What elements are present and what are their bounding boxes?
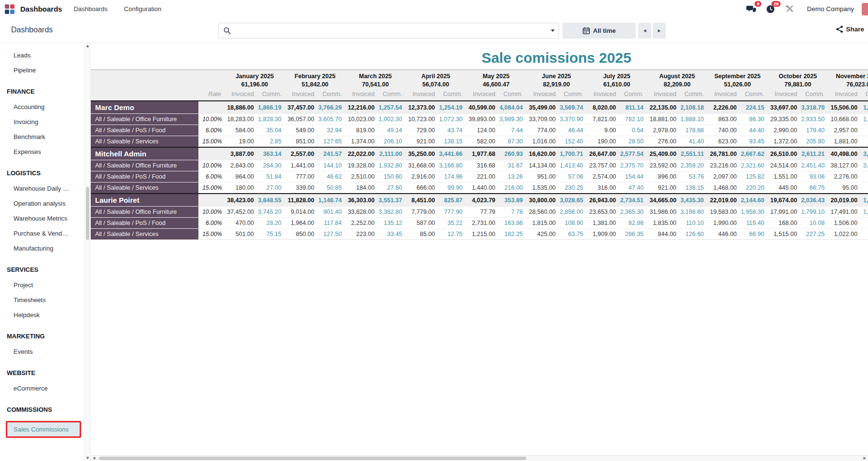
- sidebar-item-project[interactable]: Project: [0, 278, 90, 293]
- invoiced-cell: 17,491.00: [828, 207, 861, 218]
- comm-cell: 63.75: [559, 229, 587, 240]
- sidebar-item-benchmark[interactable]: Benchmark: [0, 129, 90, 144]
- comm-cell: 144.10: [318, 160, 345, 171]
- messages-button[interactable]: 9: [744, 3, 758, 15]
- date-filter-button[interactable]: All time: [562, 23, 636, 39]
- horizontal-scrollbar[interactable]: ◀ ▶: [91, 455, 868, 461]
- menu-dashboards[interactable]: Dashboards: [69, 2, 112, 15]
- user-avatar[interactable]: [862, 3, 868, 15]
- invoiced-cell: 22,019.00: [707, 194, 740, 207]
- sidebar-item-manufacturing[interactable]: Manufacturing: [0, 241, 90, 256]
- invoiced-cell: 2,276.00: [828, 171, 861, 182]
- month-total: 61,196.00: [224, 81, 285, 89]
- comm-cell: 3,166.80: [438, 160, 466, 171]
- invoiced-cell: 1,515.00: [768, 229, 800, 240]
- invoiced-cell: 1,215.00: [466, 229, 499, 240]
- comm-column-header: Comm.: [438, 89, 466, 101]
- invoiced-cell: 40,599.00: [466, 101, 499, 114]
- sidebar-item-warehouse-daily[interactable]: Warehouse Daily …: [0, 181, 90, 196]
- sidebar-scrollbar[interactable]: ▲ ▼: [84, 43, 90, 461]
- scroll-right-icon[interactable]: ▶: [864, 456, 866, 460]
- invoiced-cell: 34,665.00: [647, 194, 680, 207]
- invoiced-column-header: Invoiced: [224, 89, 257, 101]
- sidebar-item-accounting[interactable]: Accounting: [0, 99, 90, 114]
- comm-cell: 1,700.71: [559, 147, 587, 160]
- sidebar-item-events[interactable]: Events: [0, 344, 90, 359]
- comm-cell: 1,146.74: [318, 194, 345, 207]
- rate-cell: 6.00%: [198, 218, 224, 229]
- comm-cell: 777.90: [438, 207, 466, 218]
- tools-button[interactable]: [783, 3, 797, 15]
- menu-configuration[interactable]: Configuration: [119, 2, 166, 15]
- sidebar-item-leads[interactable]: Leads: [0, 48, 90, 63]
- report-title: Sale comissions 2025: [224, 50, 868, 66]
- comm-cell: 2,451.40: [800, 160, 828, 171]
- comm-cell: 179.40: [800, 125, 828, 136]
- search-dropdown-toggle-icon[interactable]: [551, 29, 555, 32]
- invoiced-cell: 3,887.00: [224, 147, 257, 160]
- invoiced-cell: 16,620.00: [526, 147, 559, 160]
- invoiced-cell: 31,986.00: [647, 207, 680, 218]
- sidebar-item-pipeline[interactable]: Pipeline: [0, 63, 90, 78]
- rate-cell: 15.00%: [198, 182, 224, 194]
- invoiced-cell: 23,216.00: [707, 160, 740, 171]
- scroll-left-icon[interactable]: ◀: [93, 456, 95, 460]
- comm-cell: [861, 171, 868, 182]
- comm-cell: 3,551.37: [378, 194, 406, 207]
- month-total: 70,541.00: [345, 81, 406, 89]
- sidebar-item-expenses[interactable]: Expenses: [0, 144, 90, 159]
- rate-cell: 10.00%: [198, 114, 224, 125]
- comm-cell: 46.44: [559, 125, 587, 136]
- comm-cell: 57.06: [559, 171, 587, 182]
- sidebar-item-invoicing[interactable]: Invoicing: [0, 114, 90, 129]
- sidebar-scrollbar-thumb[interactable]: [86, 187, 89, 240]
- sidebar-item-warehouse-metrics[interactable]: Warehouse Metrics: [0, 211, 90, 226]
- sidebar-item-ecommerce[interactable]: eCommerce: [0, 381, 90, 396]
- sidebar: LeadsPipelineFINANCEAccountingInvoicingB…: [0, 43, 91, 461]
- breadcrumb[interactable]: Dashboards: [11, 26, 53, 34]
- month-header: November 2025: [828, 70, 868, 81]
- invoiced-cell: 35,250.00: [406, 147, 438, 160]
- sidebar-section-finance: FINANCE: [0, 78, 90, 99]
- invoiced-cell: 276.00: [647, 136, 680, 148]
- comm-cell: 205.80: [800, 136, 828, 148]
- search-input[interactable]: [235, 23, 551, 38]
- app-name[interactable]: Dashboards: [20, 5, 62, 13]
- table-month-total-row: 61,196.0051,842.0070,541.0056,074.0046,6…: [91, 81, 868, 89]
- activities-button[interactable]: 28: [763, 3, 778, 15]
- comm-cell: 3,605.70: [318, 114, 345, 125]
- prev-period-button[interactable]: ◀: [638, 23, 651, 39]
- invoiced-cell: 2,731.00: [466, 218, 499, 229]
- invoiced-cell: 39,893.00: [466, 114, 499, 125]
- category-label: All / Saleable / PoS / Food: [91, 125, 198, 136]
- comm-cell: 2,933.50: [800, 114, 828, 125]
- comm-cell: [861, 136, 868, 148]
- horizontal-scrollbar-thumb[interactable]: [99, 457, 526, 460]
- invoiced-cell: 2,510.00: [345, 171, 378, 182]
- invoiced-cell: 12,216.00: [345, 101, 378, 114]
- comm-cell: 182.25: [499, 229, 526, 240]
- sidebar-item-sales-commissions[interactable]: Sales Commissions: [7, 422, 80, 436]
- share-icon: [836, 26, 843, 33]
- scroll-up-icon[interactable]: ▲: [85, 44, 90, 48]
- invoiced-cell: 1,815.00: [526, 218, 559, 229]
- comm-cell: 174.96: [438, 171, 466, 182]
- invoiced-cell: 2,957.00: [828, 125, 861, 136]
- invoiced-cell: 2,557.00: [285, 147, 318, 160]
- app-switcher-icon[interactable]: [5, 4, 14, 14]
- scroll-down-icon[interactable]: ▼: [85, 456, 90, 460]
- next-period-button[interactable]: ▶: [653, 23, 666, 39]
- company-name[interactable]: Demo Company: [807, 5, 854, 13]
- salesperson-group-row-mitchell-admin: Mitchell Admin3,887.00363.142,557.00241.…: [91, 147, 868, 160]
- comm-cell: 7.44: [499, 125, 526, 136]
- comm-cell: 178.68: [680, 125, 707, 136]
- invoiced-cell: 8,020.00: [587, 101, 619, 114]
- sidebar-item-timesheets[interactable]: Timesheets: [0, 293, 90, 307]
- share-button[interactable]: Share: [836, 26, 864, 33]
- sidebar-item-purchase-vend[interactable]: Purchase & Vend…: [0, 226, 90, 241]
- category-line-row: All / Saleable / PoS / Food6.00%470.0028…: [91, 218, 868, 229]
- sidebar-item-operation-analysis[interactable]: Operation analysis: [0, 196, 90, 211]
- sidebar-nav: LeadsPipelineFINANCEAccountingInvoicingB…: [0, 43, 90, 436]
- sidebar-item-helpdesk[interactable]: Helpdesk: [0, 307, 90, 322]
- invoiced-cell: 2,097.00: [707, 171, 740, 182]
